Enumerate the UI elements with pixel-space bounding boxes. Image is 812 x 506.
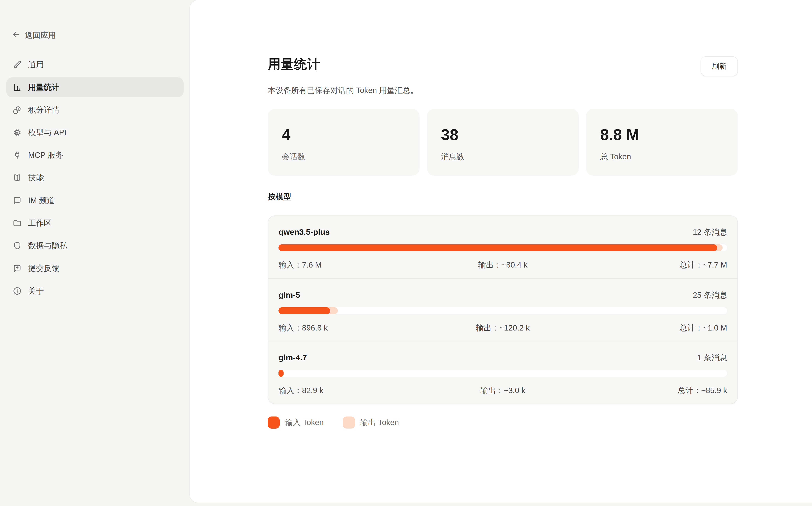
model-output-stat: 输出：~120.2 k [428, 323, 578, 333]
sidebar-item-label: 工作区 [28, 218, 52, 228]
sidebar-item-data-privacy[interactable]: 数据与隐私 [6, 236, 183, 256]
model-row: glm-5 25 条消息 输入：896.8 k 输出：~120.2 k 总计：~… [268, 278, 738, 341]
sidebar-item-label: 用量统计 [28, 82, 59, 93]
arrow-left-icon [11, 30, 20, 41]
sidebar-item-im-channels[interactable]: IM 频道 [6, 190, 183, 210]
page-subtitle: 本设备所有已保存对话的 Token 用量汇总。 [268, 85, 738, 96]
card-total-tokens: 8.8 M 总 Token [586, 109, 738, 175]
model-message-count: 25 条消息 [693, 290, 727, 301]
folder-icon [12, 219, 22, 228]
sidebar: 返回应用 通用 用量统计 积分详情 模型与 API MCP 服务 [0, 0, 190, 506]
output-token-swatch [343, 417, 355, 429]
refresh-button[interactable]: 刷新 [700, 56, 738, 76]
sidebar-item-label: 模型与 API [28, 127, 66, 138]
model-input-stat: 输入：82.9 k [279, 385, 428, 396]
input-token-bar-segment [279, 244, 717, 251]
model-row: qwen3.5-plus 12 条消息 输入：7.6 M 输出：~80.4 k … [268, 216, 738, 278]
sidebar-item-label: IM 频道 [28, 195, 55, 206]
sidebar-item-models-api[interactable]: 模型与 API [6, 122, 183, 143]
card-value: 4 [282, 125, 405, 144]
model-output-stat: 输出：~80.4 k [428, 260, 578, 270]
token-usage-bar [279, 244, 727, 251]
model-message-count: 12 条消息 [693, 227, 727, 238]
chip-icon [12, 128, 22, 137]
main-panel: 用量统计 刷新 本设备所有已保存对话的 Token 用量汇总。 4 会话数 38… [190, 0, 812, 503]
info-icon [12, 286, 22, 296]
card-conversations: 4 会话数 [268, 109, 420, 175]
input-token-swatch [268, 417, 280, 429]
card-messages: 38 消息数 [427, 109, 579, 175]
card-label: 会话数 [282, 151, 405, 162]
sidebar-item-usage-stats[interactable]: 用量统计 [6, 77, 183, 97]
back-to-app-button[interactable]: 返回应用 [6, 29, 183, 42]
pencil-icon [12, 60, 22, 69]
sidebar-item-credits[interactable]: 积分详情 [6, 100, 183, 120]
legend-output-token: 输出 Token [343, 417, 399, 429]
sidebar-item-label: 提交反馈 [28, 263, 59, 274]
model-name: glm-5 [279, 290, 300, 300]
model-total-stat: 总计：~7.7 M [578, 260, 727, 270]
sidebar-item-label: MCP 服务 [28, 150, 63, 161]
bar-chart-icon [12, 83, 22, 92]
input-token-bar-segment [279, 307, 330, 314]
shield-icon [12, 241, 22, 250]
book-open-icon [12, 173, 22, 182]
card-label: 总 Token [600, 151, 724, 162]
model-row: glm-4.7 1 条消息 输入：82.9 k 输出：~3.0 k 总计：~85… [268, 341, 738, 404]
model-name: glm-4.7 [279, 353, 307, 362]
model-input-stat: 输入：7.6 M [279, 260, 428, 270]
card-value: 38 [441, 125, 565, 144]
sidebar-item-about[interactable]: 关于 [6, 281, 183, 301]
card-label: 消息数 [441, 151, 565, 162]
input-token-bar-segment [279, 370, 283, 377]
plug-icon [12, 151, 22, 160]
coins-icon [12, 105, 22, 115]
feedback-icon [12, 264, 22, 273]
model-message-count: 1 条消息 [697, 352, 727, 363]
model-total-stat: 总计：~85.9 k [578, 385, 727, 396]
bar-legend: 输入 Token 输出 Token [268, 417, 738, 429]
sidebar-item-skills[interactable]: 技能 [6, 168, 183, 188]
sidebar-item-workspace[interactable]: 工作区 [6, 213, 183, 233]
back-to-app-label: 返回应用 [25, 30, 56, 40]
token-usage-bar [279, 370, 727, 377]
sidebar-item-label: 通用 [28, 59, 44, 70]
model-name: qwen3.5-plus [279, 227, 330, 237]
sidebar-nav: 通用 用量统计 积分详情 模型与 API MCP 服务 技能 [6, 55, 183, 304]
model-input-stat: 输入：896.8 k [279, 323, 428, 333]
legend-input-token: 输入 Token [268, 417, 324, 429]
sidebar-item-label: 数据与隐私 [28, 240, 67, 251]
by-model-section-label: 按模型 [268, 191, 738, 202]
sidebar-item-label: 技能 [28, 172, 44, 183]
legend-label: 输入 Token [285, 417, 323, 428]
sidebar-item-label: 积分详情 [28, 104, 59, 115]
card-value: 8.8 M [600, 125, 724, 144]
sidebar-item-feedback[interactable]: 提交反馈 [6, 258, 183, 278]
token-usage-bar [279, 307, 727, 314]
legend-label: 输出 Token [360, 417, 399, 428]
page-title: 用量统计 [268, 56, 320, 72]
summary-cards: 4 会话数 38 消息数 8.8 M 总 Token [268, 109, 738, 175]
model-total-stat: 总计：~1.0 M [578, 323, 727, 333]
settings-window: 返回应用 通用 用量统计 积分详情 模型与 API MCP 服务 [0, 0, 812, 506]
sidebar-item-label: 关于 [28, 286, 44, 297]
model-output-stat: 输出：~3.0 k [428, 385, 578, 396]
chat-bubble-icon [12, 196, 22, 205]
sidebar-item-general[interactable]: 通用 [6, 55, 183, 75]
sidebar-item-mcp[interactable]: MCP 服务 [6, 145, 183, 165]
model-usage-list: qwen3.5-plus 12 条消息 输入：7.6 M 输出：~80.4 k … [268, 216, 738, 404]
